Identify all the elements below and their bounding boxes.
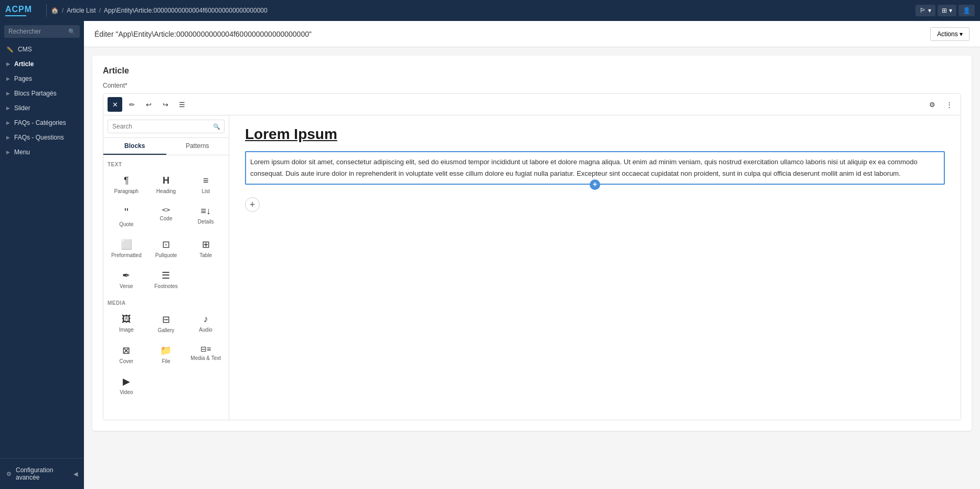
block-editor: ✕ ✏ ↩ ↪ ☰ <box>103 93 961 420</box>
paragraph-text: Lorem ipsum dolor sit amet, consectetur … <box>250 158 918 177</box>
pen-icon: ✏ <box>129 101 135 109</box>
sidebar-item-config[interactable]: ⚙ Configuration avancée ◀ <box>0 463 84 485</box>
close-icon: ✕ <box>112 101 118 109</box>
block-item-details[interactable]: ≡↓ Details <box>187 201 225 232</box>
block-item-quote[interactable]: " Quote <box>108 201 145 232</box>
sidebar-faqs-cat-label: FAQs - Catégories <box>14 119 66 126</box>
settings-button[interactable]: ⚙ <box>925 97 940 112</box>
image-icon: 🖼 <box>122 314 131 325</box>
editor-section-title: Article <box>103 66 961 76</box>
footnotes-icon: ☰ <box>162 270 170 281</box>
block-item-video[interactable]: ▶ Video <box>108 371 145 400</box>
top-nav-actions: 🏳 ▾ ⊞ ▾ 👤 <box>915 5 975 16</box>
preformatted-icon: ⬜ <box>121 239 132 250</box>
block-item-code[interactable]: <> Code <box>147 201 185 232</box>
tab-blocks[interactable]: Blocks <box>103 138 166 155</box>
collapse-icon[interactable]: ◀ <box>73 471 78 477</box>
undo-button[interactable]: ↩ <box>141 97 156 112</box>
sidebar-item-menu[interactable]: ▶ Menu <box>0 145 84 160</box>
breadcrumb: 🏠 / Article List / App\Entity\Article:00… <box>51 7 915 14</box>
home-icon[interactable]: 🏠 <box>51 7 59 14</box>
file-icon: 📁 <box>160 345 172 356</box>
user-icon: 👤 <box>963 7 971 14</box>
sidebar-bottom: ⚙ Configuration avancée ◀ <box>0 458 84 489</box>
sidebar-search-wrap: 🔍 <box>0 21 84 42</box>
sidebar-item-cms[interactable]: ✏️ CMS <box>0 42 84 57</box>
sidebar-cms-label: CMS <box>18 46 32 53</box>
media-blocks-grid: 🖼 Image ⊟ Gallery ♪ Aud <box>108 309 225 400</box>
sidebar-item-faqs-questions[interactable]: ▶ FAQs - Questions <box>0 130 84 145</box>
editor-container: Article Content* ✕ ✏ ↩ <box>84 47 980 489</box>
canvas-paragraph[interactable]: Lorem ipsum dolor sit amet, consectetur … <box>245 151 945 185</box>
sidebar-item-faqs-categories[interactable]: ▶ FAQs - Catégories <box>0 115 84 130</box>
pen-button[interactable]: ✏ <box>124 97 139 112</box>
grid-icon: ⊞ <box>942 7 947 14</box>
block-item-preformatted[interactable]: ⬜ Preformatted <box>108 234 145 263</box>
user-button[interactable]: 👤 <box>958 5 975 16</box>
add-block-button[interactable]: + <box>245 197 260 212</box>
actions-button[interactable]: Actions ▾ <box>930 27 970 41</box>
breadcrumb-article-list[interactable]: Article List <box>67 7 95 14</box>
block-item-list[interactable]: ≡ List <box>187 171 225 199</box>
block-item-table[interactable]: ⊞ Table <box>187 234 225 263</box>
block-item-footnotes[interactable]: ☰ Footnotes <box>147 265 185 294</box>
arrow-icon: ▶ <box>6 91 10 96</box>
logo-text: ACPM <box>5 5 32 14</box>
blocks-search-icon: 🔍 <box>213 123 220 130</box>
block-item-media-text[interactable]: ⊟≡ Media & Text <box>187 340 225 369</box>
block-item-paragraph[interactable]: ¶ Paragraph <box>108 171 145 199</box>
sidebar-article-label: Article <box>14 60 34 68</box>
block-item-audio[interactable]: ♪ Audio <box>187 309 225 338</box>
config-icon: ⚙ <box>6 471 12 477</box>
close-button[interactable]: ✕ <box>108 97 122 112</box>
blocks-tabs: Blocks Patterns <box>103 138 229 155</box>
canvas-add-block-area: + <box>245 197 945 212</box>
block-item-file[interactable]: 📁 File <box>147 340 185 369</box>
more-icon: ⋮ <box>946 101 953 109</box>
block-item-image[interactable]: 🖼 Image <box>108 309 145 338</box>
top-nav: ACPM 🏠 / Article List / App\Entity\Artic… <box>0 0 980 21</box>
undo-icon: ↩ <box>146 101 152 109</box>
blocks-panel-content: TEXT ¶ Paragraph H Heading <box>103 155 229 420</box>
arrow-icon: ▶ <box>6 135 10 140</box>
block-item-pullquote[interactable]: ⊡ Pullquote <box>147 234 185 263</box>
arrow-icon: ▶ <box>6 76 10 81</box>
list-view-button[interactable]: ☰ <box>175 97 189 112</box>
block-item-verse[interactable]: ✒ Verse <box>108 265 145 294</box>
sidebar-blocs-label: Blocs Partagés <box>14 90 57 97</box>
block-item-cover[interactable]: ⊠ Cover <box>108 340 145 369</box>
paragraph-icon: ¶ <box>124 175 129 186</box>
editor-card: Article Content* ✕ ✏ ↩ <box>92 56 972 431</box>
arrow-icon: ▶ <box>6 150 10 155</box>
logo: ACPM <box>5 5 37 16</box>
block-item-gallery[interactable]: ⊟ Gallery <box>147 309 185 338</box>
block-item-heading[interactable]: H Heading <box>147 171 185 199</box>
table-icon: ⊞ <box>202 239 210 250</box>
media-section-label: MEDIA <box>108 298 225 309</box>
cms-icon: ✏️ <box>6 46 14 53</box>
more-button[interactable]: ⋮ <box>942 97 956 112</box>
text-blocks-grid: ¶ Paragraph H Heading ≡ <box>108 171 225 294</box>
redo-button[interactable]: ↪ <box>158 97 173 112</box>
tab-patterns[interactable]: Patterns <box>166 138 229 155</box>
blocks-search-input[interactable] <box>108 120 225 133</box>
sidebar-faqs-q-label: FAQs - Questions <box>14 134 64 141</box>
pullquote-icon: ⊡ <box>162 239 170 250</box>
nav-divider <box>46 4 47 17</box>
arrow-icon: ▶ <box>6 120 10 125</box>
page-header: Éditer "App\Entity\Article:0000000000000… <box>84 21 980 47</box>
grid-button[interactable]: ⊞ ▾ <box>938 5 956 16</box>
list-icon: ≡ <box>203 175 209 186</box>
sidebar-item-article[interactable]: ▶ Article <box>0 57 84 71</box>
heading-icon: H <box>163 175 169 186</box>
sidebar-item-pages[interactable]: ▶ Pages <box>0 71 84 86</box>
blocks-panel: 🔍 Blocks Patterns TEXT <box>103 115 229 420</box>
sidebar-item-blocs-partages[interactable]: ▶ Blocs Partagés <box>0 86 84 101</box>
flag-button[interactable]: 🏳 ▾ <box>915 5 935 16</box>
editor-canvas[interactable]: Lorem Ipsum Lorem ipsum dolor sit amet, … <box>229 115 961 420</box>
sidebar-item-slider[interactable]: ▶ Slider <box>0 101 84 115</box>
canvas-title: Lorem Ipsum <box>245 126 945 143</box>
editor-toolbar: ✕ ✏ ↩ ↪ ☰ <box>103 94 961 115</box>
add-block-indicator[interactable]: + <box>590 179 600 190</box>
verse-icon: ✒ <box>122 270 130 281</box>
